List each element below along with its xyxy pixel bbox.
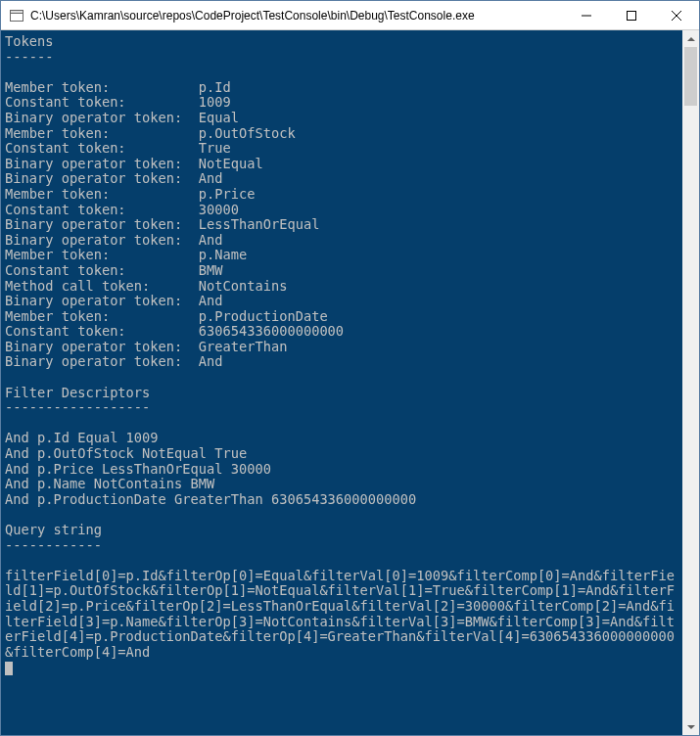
scroll-thumb[interactable] [684, 47, 697, 106]
scroll-down-arrow[interactable] [682, 718, 699, 735]
vertical-scrollbar[interactable] [682, 30, 699, 735]
maximize-button[interactable] [609, 1, 654, 29]
titlebar[interactable]: C:\Users\Kamran\source\repos\CodeProject… [1, 1, 699, 30]
minimize-button[interactable] [564, 1, 609, 29]
scroll-track[interactable] [682, 47, 699, 718]
scroll-up-arrow[interactable] [682, 30, 699, 47]
svg-marker-6 [687, 37, 695, 41]
svg-marker-7 [687, 725, 695, 729]
text-cursor [5, 662, 13, 675]
console-output[interactable]: Tokens ------ Member token: p.Id Constan… [1, 30, 682, 735]
close-button[interactable] [654, 1, 699, 29]
window-controls [564, 1, 699, 29]
window-frame: C:\Users\Kamran\source\repos\CodeProject… [0, 0, 700, 736]
window-title: C:\Users\Kamran\source\repos\CodeProject… [30, 9, 564, 23]
app-icon [9, 8, 24, 23]
svg-rect-3 [628, 11, 636, 20]
svg-rect-1 [11, 10, 23, 13]
client-area: Tokens ------ Member token: p.Id Constan… [1, 30, 699, 735]
